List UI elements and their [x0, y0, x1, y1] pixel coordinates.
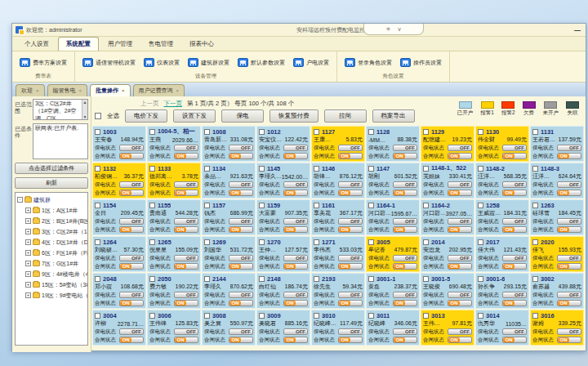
meter-card[interactable]: 1164-1河口碧…1595.67…保电状态OFF合闸状态ON — [366, 199, 420, 235]
card-checkbox[interactable] — [204, 129, 210, 135]
meter-card[interactable]: 1145李瑾久…1542.00…保电状态OFF合闸状态ON — [256, 163, 310, 199]
card-checkbox[interactable] — [204, 313, 210, 319]
tree-node[interactable]: +2区：B区1#井(B区1#… — [17, 216, 87, 226]
switch-status-toggle[interactable]: ON — [229, 190, 253, 196]
tree-node[interactable]: +4区：D区1#井（D区1… — [17, 237, 87, 248]
switch-status-toggle[interactable]: ON — [393, 226, 417, 233]
card-checkbox[interactable] — [259, 203, 265, 208]
meter-card[interactable]: 1154金日209.45元保电状态OFF合闸状态ON — [92, 199, 146, 235]
meter-card[interactable]: 3002俞苏越439.88元保电状态OFF合闸状态ON — [530, 273, 584, 309]
card-checkbox[interactable] — [204, 239, 210, 245]
ribbon-button-操作员设置[interactable]: 操作员设置 — [396, 58, 446, 67]
refresh-button[interactable]: 刷新 — [15, 177, 88, 189]
switch-status-toggle[interactable]: ON — [283, 226, 308, 233]
supply-status-toggle[interactable]: OFF — [119, 218, 144, 225]
meter-card[interactable]: 3014仇秀华11035…保电状态OFF合闸状态ON — [475, 310, 529, 346]
supply-status-toggle[interactable]: OFF — [448, 292, 472, 298]
choose-filter-button[interactable]: 点击选择过滤条件 — [15, 163, 88, 174]
supply-status-toggle[interactable]: OFF — [448, 181, 472, 188]
ribbon-button-费率方案设置[interactable]: 费率方案设置 — [16, 58, 71, 67]
menu-item-个人设置[interactable]: 个人设置 — [17, 38, 56, 51]
supply-status-toggle[interactable]: OFF — [338, 255, 363, 261]
card-checkbox[interactable] — [368, 313, 374, 319]
meter-card[interactable]: 1131王若君…137.59元保电状态OFF合闸状态ON — [530, 126, 584, 162]
expander-closed-icon[interactable]: + — [25, 250, 31, 256]
selected-range-box[interactable]: 3区：C区2#井（1#空调、2#空调、C区… ▲ ▼ — [33, 99, 88, 120]
meter-card[interactable]: 2020佳飞155.93元保电状态OFF合闸状态ON — [530, 236, 584, 272]
switch-status-toggle[interactable]: ON — [393, 153, 417, 159]
card-checkbox[interactable] — [259, 276, 265, 282]
supply-status-toggle[interactable]: OFF — [502, 328, 527, 335]
switch-status-toggle[interactable]: ON — [338, 153, 363, 159]
menu-item-用户管理[interactable]: 用户管理 — [100, 38, 140, 51]
meter-card[interactable]: 1012安宝仪…122.42元保电状态OFF合闸状态ON — [256, 126, 310, 162]
card-checkbox[interactable] — [423, 313, 429, 319]
expander-closed-icon[interactable]: + — [25, 229, 31, 234]
card-checkbox[interactable] — [204, 166, 210, 172]
meter-card[interactable]: 1004-5、柏一王燕2029.66…保电状态OFF合闸状态ON — [147, 126, 201, 162]
meter-card[interactable]: 3009吴晓君885.16元保电状态OFF合闸状态ON — [256, 310, 310, 346]
card-checkbox[interactable] — [368, 239, 374, 245]
meter-card[interactable]: 1132柏俊铜…36.37元保电状态OFF合闸状态ON — [92, 163, 146, 199]
meter-card[interactable]: 3001-6孙长争293.15元保电状态OFF合闸状态ON — [475, 273, 529, 309]
meter-card[interactable]: 1264刘晓硕…57.30元保电状态OFF合闸状态ON — [92, 236, 146, 272]
select-all-checkbox[interactable] — [95, 113, 101, 119]
card-checkbox[interactable] — [368, 276, 374, 282]
supply-status-toggle[interactable]: OFF — [229, 255, 253, 261]
switch-status-toggle[interactable]: ON — [338, 300, 363, 306]
scroll-down-arrow-icon[interactable]: ▼ — [83, 114, 87, 119]
supply-status-toggle[interactable]: OFF — [174, 145, 198, 151]
supply-status-toggle[interactable]: OFF — [557, 255, 581, 261]
card-checkbox[interactable] — [532, 166, 538, 172]
switch-status-toggle[interactable]: ON — [119, 153, 144, 159]
tab-欢迎[interactable]: 欢迎× — [16, 84, 45, 96]
meter-card[interactable]: 1270王仲…127.57元保电状态OFF合闸状态ON — [256, 236, 310, 272]
card-checkbox[interactable] — [478, 166, 483, 172]
switch-status-toggle[interactable]: ON — [502, 337, 527, 343]
supply-status-toggle[interactable]: OFF — [119, 181, 144, 188]
expander-closed-icon[interactable]: + — [25, 282, 31, 288]
switch-status-toggle[interactable]: ON — [338, 226, 363, 233]
ribbon-collapse-control[interactable]: ✳ ∨ — [363, 24, 424, 35]
supply-status-toggle[interactable]: OFF — [557, 328, 581, 335]
switch-status-toggle[interactable]: ON — [448, 153, 472, 159]
switch-status-toggle[interactable]: ON — [338, 337, 363, 343]
ribbon-button-建筑群设置[interactable]: 建筑群设置 — [184, 58, 234, 67]
scroll-up-arrow-icon[interactable]: ▲ — [83, 100, 87, 105]
supply-status-toggle[interactable]: OFF — [283, 218, 308, 225]
close-icon[interactable]: × — [36, 88, 39, 93]
supply-status-toggle[interactable]: OFF — [338, 218, 363, 225]
card-checkbox[interactable] — [478, 313, 483, 319]
supply-status-toggle[interactable]: OFF — [338, 145, 363, 151]
supply-status-toggle[interactable]: OFF — [393, 292, 417, 298]
switch-status-toggle[interactable]: ON — [119, 190, 144, 196]
switch-status-toggle[interactable]: ON — [502, 226, 527, 233]
switch-status-toggle[interactable]: ON — [557, 190, 581, 196]
tree-node[interactable]: +3区：C区2#井（1#空… — [17, 226, 87, 237]
switch-status-toggle[interactable]: ON — [448, 226, 472, 233]
switch-status-toggle[interactable]: ON — [393, 263, 417, 270]
expander-closed-icon[interactable]: + — [25, 239, 31, 245]
card-checkbox[interactable] — [314, 313, 319, 319]
card-checkbox[interactable] — [259, 239, 265, 245]
meter-card[interactable]: 3006王伟锋125.83元保电状态OFF合闸状态ON — [147, 310, 201, 346]
supply-status-toggle[interactable]: OFF — [502, 292, 527, 298]
meter-card[interactable]: 1146胡锋…876.12元保电状态OFF合闸状态ON — [311, 163, 365, 199]
supply-status-toggle[interactable]: OFF — [502, 145, 527, 151]
card-checkbox[interactable] — [368, 129, 374, 135]
collapse-icon[interactable]: ✳ — [386, 26, 391, 33]
meter-card[interactable]: 1258王威霞…184.31元保电状态OFF合闸状态ON — [475, 199, 529, 235]
supply-status-toggle[interactable]: OFF — [557, 292, 581, 298]
card-checkbox[interactable] — [95, 129, 100, 135]
card-checkbox[interactable] — [423, 203, 429, 208]
switch-status-toggle[interactable]: ON — [283, 153, 308, 159]
ribbon-button-通信管理机设置[interactable]: 通信管理机设置 — [78, 58, 140, 67]
meter-card[interactable]: 3004许柳2278.71…保电状态OFF合闸状态ON — [92, 310, 146, 346]
card-checkbox[interactable] — [314, 129, 319, 135]
supply-status-toggle[interactable]: OFF — [283, 181, 308, 188]
card-checkbox[interactable] — [423, 166, 429, 172]
switch-status-toggle[interactable]: ON — [393, 337, 417, 343]
switch-status-toggle[interactable]: ON — [174, 226, 198, 233]
supply-status-toggle[interactable]: OFF — [283, 145, 308, 151]
card-checkbox[interactable] — [368, 203, 374, 208]
